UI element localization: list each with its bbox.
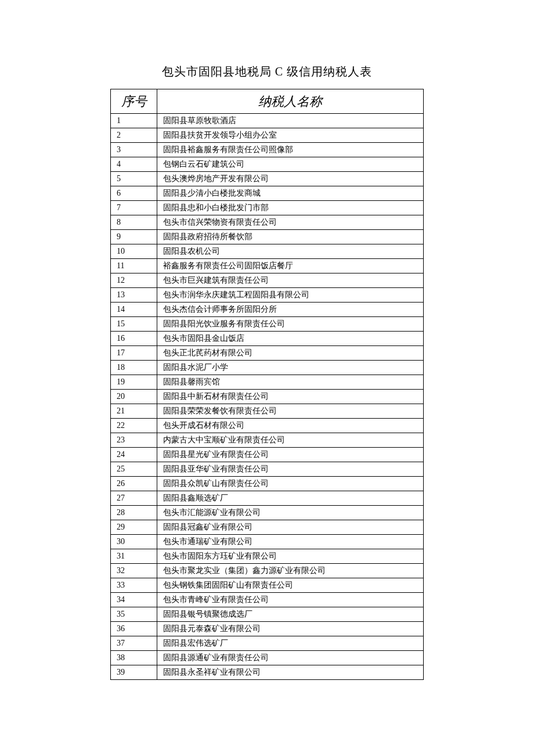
cell-index: 38 — [111, 651, 157, 665]
cell-name: 包头正北芪药材有限公司 — [157, 346, 424, 361]
cell-index: 9 — [111, 230, 157, 244]
table-row: 24固阳县星光矿业有限责任公司 — [111, 448, 424, 462]
table-row: 5包头澳烨房地产开发有限公司 — [111, 172, 424, 186]
cell-name: 包头钢铁集团固阳矿山有限责任公司 — [157, 578, 424, 593]
cell-name: 包头市固阳东方珏矿业有限公司 — [157, 549, 424, 564]
header-index: 序号 — [111, 89, 157, 114]
cell-name: 包头市青峰矿业有限责任公司 — [157, 593, 424, 607]
table-row: 17包头正北芪药材有限公司 — [111, 346, 424, 361]
cell-index: 31 — [111, 549, 157, 564]
cell-index: 36 — [111, 622, 157, 636]
table-row: 7固阳县忠和小白楼批发门市部 — [111, 201, 424, 215]
table-row: 8包头市信兴荣物资有限责任公司 — [111, 215, 424, 230]
table-row: 22包头开成石材有限公司 — [111, 419, 424, 433]
table-row: 16包头市固阳县金山饭店 — [111, 332, 424, 346]
cell-name: 固阳县少清小白楼批发商城 — [157, 186, 424, 201]
table-row: 34包头市青峰矿业有限责任公司 — [111, 593, 424, 607]
cell-index: 16 — [111, 332, 157, 346]
cell-index: 33 — [111, 578, 157, 593]
cell-index: 20 — [111, 390, 157, 404]
table-row: 18固阳县水泥厂小学 — [111, 361, 424, 375]
cell-name: 固阳县鑫顺选矿厂 — [157, 491, 424, 506]
cell-index: 39 — [111, 665, 157, 680]
cell-index: 21 — [111, 404, 157, 419]
table-row: 3固阳县裕鑫服务有限责任公司照像部 — [111, 143, 424, 157]
page-title: 包头市固阳县地税局 C 级信用纳税人表 — [75, 64, 459, 80]
table-row: 30包头市通瑞矿业有限公司 — [111, 535, 424, 549]
cell-name: 固阳县众凯矿山有限责任公司 — [157, 477, 424, 491]
table-row: 32包头市聚龙实业（集团）鑫力源矿业有限公司 — [111, 564, 424, 578]
table-row: 38固阳县源通矿业有限责任公司 — [111, 651, 424, 665]
cell-index: 35 — [111, 607, 157, 622]
cell-index: 14 — [111, 303, 157, 317]
cell-name: 固阳县宏伟选矿厂 — [157, 636, 424, 651]
cell-index: 32 — [111, 564, 157, 578]
cell-index: 10 — [111, 244, 157, 259]
cell-name: 固阳县忠和小白楼批发门市部 — [157, 201, 424, 215]
table-row: 25固阳县亚华矿业有限责任公司 — [111, 462, 424, 477]
cell-index: 12 — [111, 273, 157, 288]
cell-name: 固阳县馨雨宾馆 — [157, 375, 424, 390]
table-row: 6固阳县少清小白楼批发商城 — [111, 186, 424, 201]
table-row: 12包头市巨兴建筑有限责任公司 — [111, 273, 424, 288]
cell-index: 34 — [111, 593, 157, 607]
table-row: 10固阳县农机公司 — [111, 244, 424, 259]
cell-index: 22 — [111, 419, 157, 433]
table-row: 27固阳县鑫顺选矿厂 — [111, 491, 424, 506]
cell-name: 固阳县农机公司 — [157, 244, 424, 259]
cell-index: 11 — [111, 259, 157, 273]
table-row: 28包头市汇能源矿业有限公司 — [111, 506, 424, 520]
cell-index: 2 — [111, 128, 157, 143]
cell-index: 1 — [111, 114, 157, 128]
cell-index: 24 — [111, 448, 157, 462]
cell-name: 包头市固阳县金山饭店 — [157, 332, 424, 346]
cell-index: 4 — [111, 157, 157, 172]
cell-name: 固阳县水泥厂小学 — [157, 361, 424, 375]
cell-index: 37 — [111, 636, 157, 651]
cell-name: 包头澳烨房地产开发有限公司 — [157, 172, 424, 186]
table-row: 31包头市固阳东方珏矿业有限公司 — [111, 549, 424, 564]
table-row: 13包头市润华永庆建筑工程固阳县有限公司 — [111, 288, 424, 303]
cell-index: 3 — [111, 143, 157, 157]
cell-name: 固阳县冠鑫矿业有限公司 — [157, 520, 424, 535]
cell-name: 裕鑫服务有限责任公司固阳饭店餐厅 — [157, 259, 424, 273]
cell-index: 8 — [111, 215, 157, 230]
cell-name: 固阳县草原牧歌酒店 — [157, 114, 424, 128]
table-row: 36固阳县元泰森矿业有限公司 — [111, 622, 424, 636]
cell-name: 固阳县裕鑫服务有限责任公司照像部 — [157, 143, 424, 157]
cell-index: 15 — [111, 317, 157, 332]
table-row: 4包钢白云石矿建筑公司 — [111, 157, 424, 172]
cell-name: 固阳县亚华矿业有限责任公司 — [157, 462, 424, 477]
cell-name: 包头杰信会计师事务所固阳分所 — [157, 303, 424, 317]
table-row: 1固阳县草原牧歌酒店 — [111, 114, 424, 128]
cell-index: 26 — [111, 477, 157, 491]
cell-index: 5 — [111, 172, 157, 186]
table-row: 15固阳县阳光饮业服务有限责任公司 — [111, 317, 424, 332]
cell-index: 17 — [111, 346, 157, 361]
table-row: 20固阳县中新石材有限责任公司 — [111, 390, 424, 404]
cell-name: 固阳县永圣祥矿业有限公司 — [157, 665, 424, 680]
cell-index: 27 — [111, 491, 157, 506]
cell-name: 固阳县扶贫开发领导小组办公室 — [157, 128, 424, 143]
cell-name: 内蒙古大中宝顺矿业有限责任公司 — [157, 433, 424, 448]
table-row: 29固阳县冠鑫矿业有限公司 — [111, 520, 424, 535]
cell-index: 18 — [111, 361, 157, 375]
cell-index: 25 — [111, 462, 157, 477]
cell-index: 7 — [111, 201, 157, 215]
cell-index: 6 — [111, 186, 157, 201]
cell-index: 19 — [111, 375, 157, 390]
table-row: 35固阳县银号镇聚德成选厂 — [111, 607, 424, 622]
table-row: 23内蒙古大中宝顺矿业有限责任公司 — [111, 433, 424, 448]
cell-name: 包头市润华永庆建筑工程固阳县有限公司 — [157, 288, 424, 303]
table-row: 9固阳县政府招待所餐饮部 — [111, 230, 424, 244]
cell-name: 固阳县阳光饮业服务有限责任公司 — [157, 317, 424, 332]
cell-name: 包钢白云石矿建筑公司 — [157, 157, 424, 172]
cell-index: 29 — [111, 520, 157, 535]
cell-name: 包头市通瑞矿业有限公司 — [157, 535, 424, 549]
cell-name: 固阳县源通矿业有限责任公司 — [157, 651, 424, 665]
cell-name: 固阳县荣荣发餐饮有限责任公司 — [157, 404, 424, 419]
cell-index: 30 — [111, 535, 157, 549]
cell-name: 包头市信兴荣物资有限责任公司 — [157, 215, 424, 230]
table-header-row: 序号 纳税人名称 — [111, 89, 424, 114]
cell-name: 包头市汇能源矿业有限公司 — [157, 506, 424, 520]
